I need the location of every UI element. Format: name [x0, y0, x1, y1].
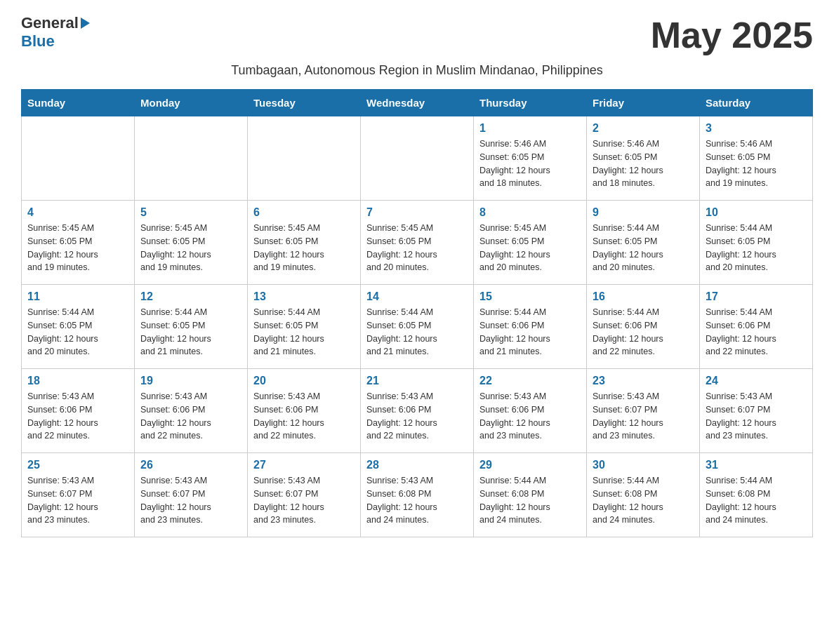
day-number: 25 — [27, 459, 128, 471]
calendar-day-cell: 23Sunrise: 5:43 AM Sunset: 6:07 PM Dayli… — [587, 369, 700, 453]
day-number: 23 — [593, 375, 694, 387]
calendar-day-cell: 18Sunrise: 5:43 AM Sunset: 6:06 PM Dayli… — [22, 369, 135, 453]
calendar-day-cell: 10Sunrise: 5:44 AM Sunset: 6:05 PM Dayli… — [700, 201, 813, 285]
logo-triangle-icon — [81, 18, 90, 29]
day-number: 15 — [479, 290, 581, 303]
day-number: 2 — [593, 122, 694, 135]
calendar-day-cell: 26Sunrise: 5:43 AM Sunset: 6:07 PM Dayli… — [135, 453, 248, 537]
calendar-day-cell: 6Sunrise: 5:45 AM Sunset: 6:05 PM Daylig… — [248, 201, 361, 285]
calendar-day-cell: 11Sunrise: 5:44 AM Sunset: 6:05 PM Dayli… — [22, 285, 135, 369]
calendar-day-cell: 3Sunrise: 5:46 AM Sunset: 6:05 PM Daylig… — [700, 116, 813, 201]
day-number: 26 — [140, 459, 241, 471]
day-info: Sunrise: 5:43 AM Sunset: 6:06 PM Dayligh… — [253, 390, 355, 443]
day-info: Sunrise: 5:44 AM Sunset: 6:06 PM Dayligh… — [479, 306, 581, 358]
day-info: Sunrise: 5:43 AM Sunset: 6:08 PM Dayligh… — [366, 474, 468, 527]
calendar-day-cell: 1Sunrise: 5:46 AM Sunset: 6:05 PM Daylig… — [474, 116, 587, 201]
calendar-day-cell: 20Sunrise: 5:43 AM Sunset: 6:06 PM Dayli… — [248, 369, 361, 453]
calendar-day-cell: 28Sunrise: 5:43 AM Sunset: 6:08 PM Dayli… — [361, 453, 474, 537]
calendar-day-cell: 9Sunrise: 5:44 AM Sunset: 6:05 PM Daylig… — [587, 201, 700, 285]
day-info: Sunrise: 5:46 AM Sunset: 6:05 PM Dayligh… — [593, 137, 694, 190]
calendar-day-cell: 8Sunrise: 5:45 AM Sunset: 6:05 PM Daylig… — [474, 201, 587, 285]
day-info: Sunrise: 5:45 AM Sunset: 6:05 PM Dayligh… — [253, 222, 355, 274]
day-number: 16 — [593, 290, 694, 303]
day-info: Sunrise: 5:43 AM Sunset: 6:07 PM Dayligh… — [706, 390, 807, 443]
calendar-week-row: 1Sunrise: 5:46 AM Sunset: 6:05 PM Daylig… — [22, 116, 813, 201]
calendar-header-row: SundayMondayTuesdayWednesdayThursdayFrid… — [22, 90, 813, 116]
calendar-day-cell — [135, 116, 248, 201]
calendar-day-cell: 15Sunrise: 5:44 AM Sunset: 6:06 PM Dayli… — [474, 285, 587, 369]
day-number: 12 — [140, 290, 241, 303]
day-info: Sunrise: 5:43 AM Sunset: 6:06 PM Dayligh… — [366, 390, 468, 443]
calendar-week-row: 18Sunrise: 5:43 AM Sunset: 6:06 PM Dayli… — [22, 369, 813, 453]
day-number: 21 — [366, 375, 468, 387]
day-info: Sunrise: 5:43 AM Sunset: 6:07 PM Dayligh… — [253, 474, 355, 527]
calendar-day-header: Wednesday — [361, 90, 474, 116]
day-number: 5 — [140, 206, 241, 219]
day-number: 1 — [479, 122, 581, 135]
calendar-day-cell: 29Sunrise: 5:44 AM Sunset: 6:08 PM Dayli… — [474, 453, 587, 537]
day-info: Sunrise: 5:44 AM Sunset: 6:08 PM Dayligh… — [706, 474, 807, 527]
calendar-day-cell: 17Sunrise: 5:44 AM Sunset: 6:06 PM Dayli… — [700, 285, 813, 369]
day-number: 20 — [253, 375, 355, 387]
calendar-week-row: 25Sunrise: 5:43 AM Sunset: 6:07 PM Dayli… — [22, 453, 813, 537]
calendar-day-header: Monday — [135, 90, 248, 116]
calendar-day-header: Tuesday — [248, 90, 361, 116]
calendar-day-cell: 22Sunrise: 5:43 AM Sunset: 6:06 PM Dayli… — [474, 369, 587, 453]
day-number: 28 — [366, 459, 468, 471]
day-number: 30 — [593, 459, 694, 471]
day-number: 22 — [479, 375, 581, 387]
day-info: Sunrise: 5:43 AM Sunset: 6:06 PM Dayligh… — [479, 390, 581, 443]
day-info: Sunrise: 5:43 AM Sunset: 6:06 PM Dayligh… — [27, 390, 128, 443]
calendar-day-cell — [22, 116, 135, 201]
day-info: Sunrise: 5:45 AM Sunset: 6:05 PM Dayligh… — [366, 222, 468, 274]
page-subtitle: Tumbagaan, Autonomous Region in Muslim M… — [21, 63, 813, 78]
day-number: 10 — [706, 206, 807, 219]
day-number: 6 — [253, 206, 355, 219]
day-info: Sunrise: 5:43 AM Sunset: 6:06 PM Dayligh… — [140, 390, 241, 443]
day-info: Sunrise: 5:43 AM Sunset: 6:07 PM Dayligh… — [593, 390, 694, 443]
calendar-day-cell: 30Sunrise: 5:44 AM Sunset: 6:08 PM Dayli… — [587, 453, 700, 537]
day-number: 3 — [706, 122, 807, 135]
calendar-day-cell — [361, 116, 474, 201]
calendar-day-header: Saturday — [700, 90, 813, 116]
page-header: General Blue May 2025 — [21, 14, 813, 56]
day-info: Sunrise: 5:44 AM Sunset: 6:08 PM Dayligh… — [479, 474, 581, 527]
day-number: 17 — [706, 290, 807, 303]
month-title: May 2025 — [651, 14, 813, 56]
day-number: 14 — [366, 290, 468, 303]
calendar-day-cell: 27Sunrise: 5:43 AM Sunset: 6:07 PM Dayli… — [248, 453, 361, 537]
day-info: Sunrise: 5:43 AM Sunset: 6:07 PM Dayligh… — [27, 474, 128, 527]
calendar-week-row: 11Sunrise: 5:44 AM Sunset: 6:05 PM Dayli… — [22, 285, 813, 369]
calendar-day-cell: 5Sunrise: 5:45 AM Sunset: 6:05 PM Daylig… — [135, 201, 248, 285]
calendar-day-header: Sunday — [22, 90, 135, 116]
day-info: Sunrise: 5:44 AM Sunset: 6:05 PM Dayligh… — [27, 306, 128, 358]
calendar-day-cell: 25Sunrise: 5:43 AM Sunset: 6:07 PM Dayli… — [22, 453, 135, 537]
calendar-day-cell: 19Sunrise: 5:43 AM Sunset: 6:06 PM Dayli… — [135, 369, 248, 453]
day-number: 27 — [253, 459, 355, 471]
day-number: 13 — [253, 290, 355, 303]
calendar-day-cell — [248, 116, 361, 201]
logo-general-text: General — [21, 14, 79, 32]
calendar-day-cell: 14Sunrise: 5:44 AM Sunset: 6:05 PM Dayli… — [361, 285, 474, 369]
logo: General Blue — [21, 14, 90, 51]
calendar-day-cell: 21Sunrise: 5:43 AM Sunset: 6:06 PM Dayli… — [361, 369, 474, 453]
calendar-day-cell: 16Sunrise: 5:44 AM Sunset: 6:06 PM Dayli… — [587, 285, 700, 369]
day-number: 18 — [27, 375, 128, 387]
day-number: 11 — [27, 290, 128, 303]
day-info: Sunrise: 5:44 AM Sunset: 6:06 PM Dayligh… — [593, 306, 694, 358]
day-info: Sunrise: 5:44 AM Sunset: 6:05 PM Dayligh… — [140, 306, 241, 358]
day-info: Sunrise: 5:44 AM Sunset: 6:08 PM Dayligh… — [593, 474, 694, 527]
calendar-day-cell: 12Sunrise: 5:44 AM Sunset: 6:05 PM Dayli… — [135, 285, 248, 369]
calendar-day-header: Friday — [587, 90, 700, 116]
logo-blue-text: Blue — [21, 32, 55, 50]
day-info: Sunrise: 5:45 AM Sunset: 6:05 PM Dayligh… — [27, 222, 128, 274]
day-info: Sunrise: 5:46 AM Sunset: 6:05 PM Dayligh… — [479, 137, 581, 190]
day-info: Sunrise: 5:44 AM Sunset: 6:06 PM Dayligh… — [706, 306, 807, 358]
day-info: Sunrise: 5:43 AM Sunset: 6:07 PM Dayligh… — [140, 474, 241, 527]
day-number: 4 — [27, 206, 128, 219]
calendar-day-cell: 4Sunrise: 5:45 AM Sunset: 6:05 PM Daylig… — [22, 201, 135, 285]
day-info: Sunrise: 5:44 AM Sunset: 6:05 PM Dayligh… — [366, 306, 468, 358]
calendar-day-cell: 13Sunrise: 5:44 AM Sunset: 6:05 PM Dayli… — [248, 285, 361, 369]
day-number: 19 — [140, 375, 241, 387]
day-number: 24 — [706, 375, 807, 387]
